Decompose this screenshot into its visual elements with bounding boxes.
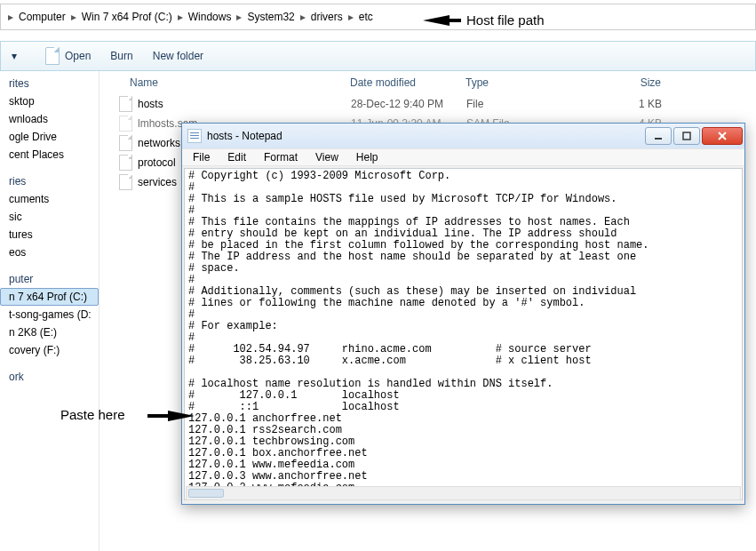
column-size[interactable]: Size bbox=[599, 76, 661, 89]
chevron-right-icon: ▸ bbox=[346, 11, 355, 23]
scrollbar-thumb[interactable] bbox=[188, 489, 224, 498]
file-icon bbox=[119, 96, 132, 112]
maximize-button[interactable] bbox=[673, 127, 700, 145]
chevron-right-icon: ▸ bbox=[298, 11, 307, 23]
navigation-pane[interactable]: rites sktop wnloads ogle Drive cent Plac… bbox=[0, 71, 99, 551]
menu-view[interactable]: View bbox=[308, 150, 346, 164]
sidebar-favorites[interactable]: rites bbox=[0, 75, 99, 92]
editor-body[interactable]: # Copyright (c) 1993-2009 Microsoft Corp… bbox=[184, 168, 743, 500]
chevron-right-icon: ▸ bbox=[69, 11, 78, 23]
breadcrumb-item[interactable]: etc bbox=[355, 8, 377, 26]
column-name[interactable]: Name bbox=[110, 76, 350, 89]
window-title: hosts - Notepad bbox=[207, 130, 640, 142]
minimize-button[interactable] bbox=[645, 127, 672, 145]
sidebar-item-drive-c[interactable]: n 7 x64 Prof (C:) bbox=[0, 288, 99, 306]
sidebar-item[interactable]: tures bbox=[0, 226, 99, 244]
column-date[interactable]: Date modified bbox=[350, 76, 466, 89]
sidebar-item[interactable]: sic bbox=[0, 208, 99, 226]
organize-menu[interactable]: ▾ bbox=[12, 50, 17, 62]
sidebar-item[interactable]: cuments bbox=[0, 190, 99, 208]
breadcrumb-item[interactable]: System32 bbox=[243, 8, 298, 26]
burn-button[interactable]: Burn bbox=[110, 50, 132, 62]
menu-edit[interactable]: Edit bbox=[220, 150, 253, 164]
column-type[interactable]: Type bbox=[466, 76, 599, 89]
breadcrumb-item[interactable]: Win 7 x64 Prof (C:) bbox=[78, 8, 176, 26]
chevron-right-icon: ▸ bbox=[176, 11, 185, 23]
explorer-toolbar: ▾ Open Burn New folder bbox=[0, 41, 756, 71]
menu-help[interactable]: Help bbox=[349, 150, 386, 164]
sidebar-item[interactable]: cent Places bbox=[0, 146, 99, 164]
file-icon bbox=[119, 116, 132, 132]
file-icon bbox=[119, 135, 132, 151]
menubar[interactable]: File Edit Format View Help bbox=[182, 148, 744, 166]
file-row[interactable]: hosts28-Dec-12 9:40 PMFile1 KB bbox=[110, 94, 745, 114]
annotation-paste-here: Paste here bbox=[60, 407, 195, 422]
notepad-icon bbox=[187, 129, 202, 143]
sidebar-computer[interactable]: puter bbox=[0, 270, 99, 288]
breadcrumb-item[interactable]: Computer bbox=[15, 8, 69, 26]
horizontal-scrollbar[interactable] bbox=[186, 486, 741, 500]
breadcrumb[interactable]: ▸ Computer ▸ Win 7 x64 Prof (C:) ▸ Windo… bbox=[0, 4, 756, 30]
sidebar-network[interactable]: ork bbox=[0, 368, 99, 386]
file-icon bbox=[45, 47, 60, 65]
breadcrumb-item[interactable]: drivers bbox=[307, 8, 346, 26]
svg-rect-1 bbox=[683, 132, 690, 140]
titlebar[interactable]: hosts - Notepad bbox=[182, 124, 744, 148]
menu-file[interactable]: File bbox=[186, 150, 217, 164]
open-button[interactable]: Open bbox=[45, 47, 91, 65]
file-icon bbox=[119, 174, 132, 190]
breadcrumb-item[interactable]: Windows bbox=[185, 8, 235, 26]
newfolder-button[interactable]: New folder bbox=[153, 50, 203, 62]
column-headers[interactable]: Name Date modified Type Size bbox=[110, 71, 745, 94]
sidebar-item[interactable]: sktop bbox=[0, 92, 99, 110]
sidebar-item[interactable]: ogle Drive bbox=[0, 128, 99, 146]
file-icon bbox=[119, 155, 132, 171]
menu-format[interactable]: Format bbox=[257, 150, 305, 164]
editor-text[interactable]: # Copyright (c) 1993-2009 Microsoft Corp… bbox=[188, 171, 738, 494]
annotation-host-path: Host file path bbox=[423, 12, 545, 28]
sidebar-item[interactable]: n 2K8 (E:) bbox=[0, 323, 99, 341]
sidebar-item[interactable]: covery (F:) bbox=[0, 341, 99, 359]
chevron-right-icon: ▸ bbox=[235, 11, 243, 23]
notepad-window[interactable]: hosts - Notepad File Edit Format View He… bbox=[181, 123, 745, 505]
sidebar-item[interactable]: t-song-games (D: bbox=[0, 306, 99, 323]
sidebar-item[interactable]: eos bbox=[0, 244, 99, 261]
chevron-right-icon: ▸ bbox=[6, 11, 15, 23]
sidebar-item[interactable]: wnloads bbox=[0, 110, 99, 128]
close-button[interactable] bbox=[702, 127, 743, 145]
sidebar-libraries[interactable]: ries bbox=[0, 172, 99, 190]
